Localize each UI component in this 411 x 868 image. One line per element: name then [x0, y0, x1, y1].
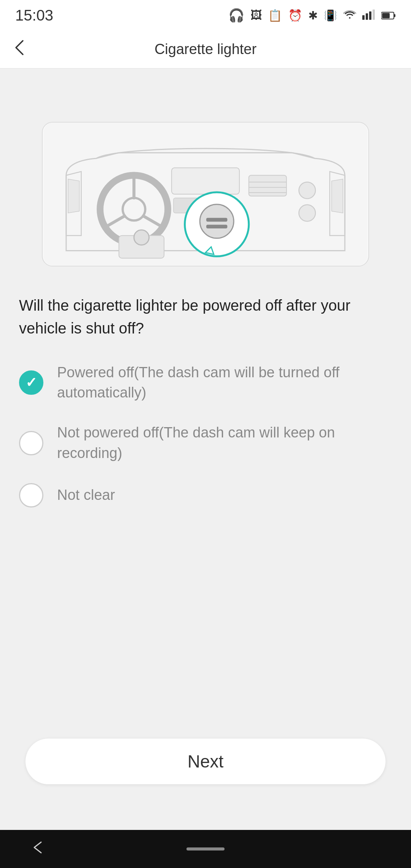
option-1[interactable]: ✓ Powered off(The dash cam will be turne… [19, 362, 392, 403]
options-container: ✓ Powered off(The dash cam will be turne… [19, 362, 392, 507]
svg-point-22 [299, 205, 315, 222]
status-bar: 15:03 🎧 🖼 📋 ⏰ ✱ 📳 [0, 0, 411, 30]
option-1-label: Powered off(The dash cam will be turned … [57, 362, 392, 403]
svg-rect-3 [373, 10, 375, 20]
svg-rect-26 [206, 225, 227, 228]
status-time: 15:03 [15, 7, 53, 24]
check-icon: ✓ [25, 376, 37, 389]
svg-rect-25 [206, 218, 227, 222]
question-text: Will the cigarette lighter be powered of… [19, 294, 392, 340]
bluetooth-icon: ✱ [308, 9, 318, 22]
bottom-nav [0, 830, 411, 868]
radio-option-1[interactable]: ✓ [19, 370, 43, 395]
clipboard-icon: 📋 [268, 9, 282, 22]
alarm-icon: ⏰ [288, 9, 302, 22]
svg-point-21 [299, 182, 315, 199]
main-content: Will the cigarette lighter be powered of… [0, 69, 411, 830]
bottom-back-button[interactable] [30, 840, 44, 858]
nav-bar: Cigarette lighter [0, 30, 411, 69]
back-button[interactable] [14, 39, 24, 60]
page-title: Cigarette lighter [155, 41, 256, 57]
svg-rect-1 [366, 13, 368, 20]
svg-rect-0 [362, 15, 365, 20]
next-button-wrapper: Next [25, 739, 386, 784]
signal-icon [362, 8, 375, 23]
radio-option-2[interactable] [19, 431, 43, 455]
radio-option-3[interactable] [19, 483, 43, 507]
content-area: Will the cigarette lighter be powered of… [0, 69, 411, 830]
svg-point-16 [134, 230, 149, 245]
option-2-label: Not powered off(The dash cam will keep o… [57, 423, 392, 463]
option-3[interactable]: Not clear [19, 483, 392, 507]
svg-rect-2 [369, 11, 371, 20]
car-dashboard-svg [43, 123, 368, 266]
option-2[interactable]: Not powered off(The dash cam will keep o… [19, 423, 392, 463]
wifi-icon [343, 9, 356, 22]
battery-icon [381, 8, 396, 23]
next-button[interactable]: Next [25, 739, 386, 784]
svg-rect-6 [394, 14, 395, 17]
svg-rect-13 [172, 168, 239, 194]
svg-rect-5 [382, 13, 390, 18]
option-3-label: Not clear [57, 485, 115, 505]
status-icons: 🎧 🖼 📋 ⏰ ✱ 📳 [228, 8, 396, 23]
headphone-icon: 🎧 [228, 8, 244, 23]
home-indicator [186, 847, 225, 850]
image-icon: 🖼 [250, 9, 262, 22]
car-illustration-wrapper [42, 122, 369, 266]
vibrate-icon: 📳 [324, 9, 337, 22]
